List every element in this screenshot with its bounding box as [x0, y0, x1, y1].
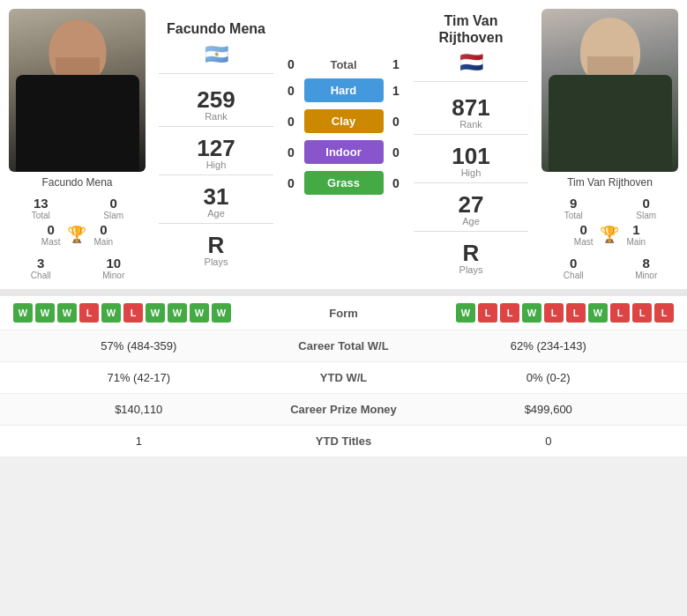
left-main-block: 0 Main: [93, 222, 113, 247]
stats-row: 1 YTD Titles 0: [0, 426, 687, 457]
stat-left-value: 57% (484-359): [13, 339, 265, 353]
right-main-block: 1 Main: [626, 222, 646, 247]
right-chall-label: Chall: [537, 271, 610, 280]
right-total-label: Total: [537, 211, 610, 220]
clay-surface-row: 0 Clay 0: [282, 109, 405, 133]
left-player-photo: [9, 9, 146, 172]
left-total-block: 13 Total: [4, 196, 78, 220]
stat-label: Career Total W/L: [265, 339, 423, 353]
left-high-block: 127 High: [197, 137, 235, 170]
form-badge-right: L: [544, 303, 564, 323]
right-mast-block: 0 Mast: [574, 222, 594, 247]
total-score-left: 0: [282, 57, 300, 71]
total-label: Total: [304, 58, 384, 71]
grass-score-right: 0: [387, 176, 405, 190]
right-stats-panel: Tim Van Rijthoven 🇳🇱 871 Rank 101 High 2…: [409, 0, 533, 289]
right-minor-value: 8: [610, 256, 683, 271]
right-total-block: 9 Total: [537, 196, 610, 220]
left-main-value: 0: [93, 222, 113, 237]
right-slam-value: 0: [610, 196, 683, 211]
right-minor-block: 8 Minor: [610, 256, 683, 280]
right-slam-label: Slam: [610, 211, 683, 220]
stat-right-value: 62% (234-143): [423, 339, 675, 353]
form-badge-left: W: [35, 303, 55, 323]
left-mast-block: 0 Mast: [41, 222, 61, 247]
stat-label: YTD W/L: [265, 371, 423, 384]
form-badge-right: L: [632, 303, 652, 323]
section-divider: [0, 289, 687, 296]
form-badge-left: W: [212, 303, 231, 323]
right-mast-value: 0: [574, 222, 594, 237]
left-main-label: Main: [93, 237, 113, 247]
form-badge-right: L: [566, 303, 586, 323]
right-main-value: 1: [626, 222, 646, 237]
left-player-area: Facundo Mena 13 Total 0 Slam 0 Mast 🏆: [0, 0, 154, 289]
left-plays-value: R: [205, 234, 228, 256]
stats-row: 71% (42-17) YTD W/L 0% (0-2): [0, 362, 687, 394]
right-bottom-stats: 0 Chall 8 Minor: [537, 256, 683, 280]
clay-score-left: 0: [282, 115, 300, 129]
form-badge-right: W: [522, 303, 541, 323]
form-row: WWWLWLWWWW Form WLLWLLWLLL: [0, 296, 687, 330]
form-badge-right: L: [610, 303, 630, 323]
right-main-label: Main: [626, 237, 646, 247]
right-player-name: Tim Van Rijthoven: [567, 176, 653, 189]
left-plays-block: R Plays: [205, 234, 228, 267]
left-bottom-stats: 3 Chall 10 Minor: [4, 256, 150, 280]
left-age-block: 31 Age: [204, 185, 229, 219]
left-mast-value: 0: [41, 222, 61, 237]
form-badge-right: W: [588, 303, 608, 323]
form-badge-left: L: [79, 303, 99, 323]
right-plays-value: R: [459, 241, 483, 264]
right-total-value: 9: [537, 196, 610, 211]
stat-right-value: $499,600: [423, 403, 675, 416]
form-badge-left: W: [101, 303, 121, 323]
form-badge-left: W: [190, 303, 209, 323]
right-high-block: 101 High: [452, 145, 489, 178]
right-mast-label: Mast: [574, 237, 594, 247]
left-chall-label: Chall: [4, 271, 78, 280]
left-player-name: Facundo Mena: [41, 176, 112, 189]
indoor-score-left: 0: [282, 145, 300, 160]
left-rank-value: 259: [197, 88, 235, 111]
stats-rows-container: 57% (484-359) Career Total W/L 62% (234-…: [0, 330, 687, 457]
left-chall-block: 3 Chall: [4, 256, 78, 280]
stat-left-value: 71% (42-17): [13, 371, 265, 384]
indoor-surface-row: 0 Indoor 0: [282, 140, 405, 164]
form-badge-right: L: [500, 303, 519, 323]
left-total-value: 13: [4, 196, 78, 211]
grass-score-left: 0: [282, 176, 300, 190]
hard-score-right: 1: [387, 84, 405, 98]
left-age-value: 31: [204, 185, 229, 208]
form-label: Form: [291, 307, 397, 320]
right-player-area: Tim Van Rijthoven 9 Total 0 Slam 0 Mast …: [533, 0, 687, 289]
right-age-block: 27 Age: [459, 193, 484, 226]
right-age-value: 27: [459, 193, 484, 216]
left-stats-grid: 13 Total 0 Slam: [4, 196, 150, 220]
clay-button: Clay: [304, 109, 384, 133]
stat-right-value: 0: [423, 434, 675, 448]
indoor-score-right: 0: [387, 145, 405, 160]
stat-label: Career Prize Money: [265, 403, 423, 416]
main-container: Facundo Mena 13 Total 0 Slam 0 Mast 🏆: [0, 0, 687, 457]
form-badge-left: W: [168, 303, 187, 323]
left-rank-block: 259 Rank: [197, 88, 235, 122]
stats-row: 57% (484-359) Career Total W/L 62% (234-…: [0, 330, 687, 362]
left-minor-value: 10: [78, 256, 151, 271]
left-mast-label: Mast: [41, 237, 61, 247]
stat-right-value: 0% (0-2): [423, 371, 675, 384]
right-plays-label: Plays: [459, 264, 483, 275]
player-comparison: Facundo Mena 13 Total 0 Slam 0 Mast 🏆: [0, 0, 687, 289]
left-slam-label: Slam: [78, 211, 151, 220]
indoor-button: Indoor: [304, 140, 384, 164]
grass-button: Grass: [304, 171, 384, 195]
left-total-label: Total: [4, 211, 78, 220]
left-slam-block: 0 Slam: [78, 196, 151, 220]
right-chall-value: 0: [537, 256, 610, 271]
left-slam-value: 0: [78, 196, 151, 211]
left-plays-label: Plays: [205, 256, 228, 267]
left-minor-block: 10 Minor: [78, 256, 151, 280]
left-high-value: 127: [197, 137, 235, 160]
left-flag: 🇦🇷: [205, 43, 228, 66]
form-badge-left: L: [123, 303, 143, 323]
